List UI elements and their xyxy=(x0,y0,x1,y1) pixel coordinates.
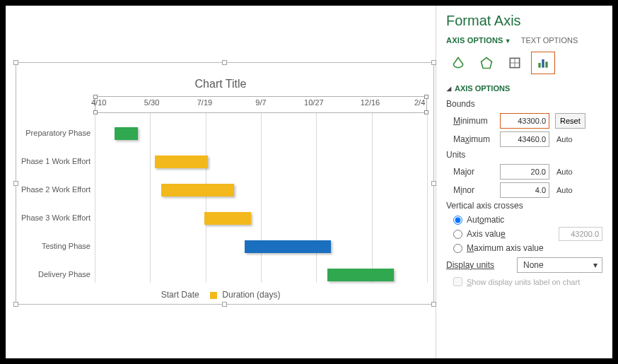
crosses-auto-radio[interactable] xyxy=(453,216,462,225)
display-units-label: Display units xyxy=(446,260,517,270)
crosses-value-input[interactable] xyxy=(559,227,602,241)
svg-rect-4 xyxy=(538,63,540,68)
crosses-value-label: Axis value xyxy=(467,229,554,239)
chart-canvas[interactable]: Chart Title 4/10 5/30 7/19 9/7 10/27 12/… xyxy=(6,6,436,358)
x-tick: 12/16 xyxy=(361,98,380,107)
bar-delivery[interactable] xyxy=(327,269,394,281)
x-tick: 4/10 xyxy=(91,98,106,107)
maximum-input[interactable] xyxy=(500,131,549,147)
bounds-label: Bounds xyxy=(446,99,602,109)
crosses-max-label: Maximum axis value xyxy=(467,243,602,253)
units-label: Units xyxy=(446,150,602,160)
bar-preparatory[interactable] xyxy=(115,127,138,140)
x-tick: 9/7 xyxy=(255,98,266,107)
category-label: Testing Phase xyxy=(13,242,95,250)
format-axis-panel: Format Axis AXIS OPTIONS▼ TEXT OPTIONS A… xyxy=(436,6,612,358)
category-label: Phase 1 Work Effort xyxy=(13,157,95,165)
major-label: Major xyxy=(446,167,500,177)
bar-phase2[interactable] xyxy=(161,184,234,196)
svg-rect-5 xyxy=(542,59,544,68)
reset-button[interactable]: Reset xyxy=(555,113,585,129)
x-tick: 5/30 xyxy=(144,98,159,107)
maximum-aux: Auto xyxy=(556,135,573,143)
effects-icon[interactable] xyxy=(474,52,499,74)
bar-phase1[interactable] xyxy=(155,155,208,168)
minor-aux: Auto xyxy=(556,186,573,194)
minor-input[interactable] xyxy=(500,182,549,198)
show-label-text: Show display units label on chart xyxy=(467,278,580,286)
minor-label: Minor xyxy=(446,185,500,195)
major-input[interactable] xyxy=(500,164,549,180)
bar-testing[interactable] xyxy=(245,240,331,253)
crosses-label: Vertical axis crosses xyxy=(446,201,602,211)
category-label: Delivery Phase xyxy=(13,270,95,278)
fill-line-icon[interactable] xyxy=(446,52,470,74)
tab-axis-options[interactable]: AXIS OPTIONS▼ xyxy=(446,36,511,45)
minimum-input[interactable] xyxy=(500,113,549,129)
crosses-value-radio[interactable] xyxy=(453,230,462,239)
crosses-auto-label: Automatic xyxy=(467,215,602,225)
maximum-label: Maximum xyxy=(446,134,500,144)
category-label: Phase 3 Work Effort xyxy=(13,213,95,222)
axis-options-icon[interactable] xyxy=(531,52,555,74)
x-tick: 7/19 xyxy=(197,98,212,107)
category-label: Preparatory Phase xyxy=(13,129,95,137)
menu-caret-icon: ▼ xyxy=(505,37,511,45)
svg-marker-0 xyxy=(482,58,492,69)
display-units-select[interactable]: None ▾ xyxy=(517,257,602,273)
x-axis-selected[interactable]: 4/10 5/30 7/19 9/7 10/27 12/16 2/4 xyxy=(95,96,427,113)
show-label-checkbox xyxy=(453,277,462,286)
section-axis-options[interactable]: AXIS OPTIONS xyxy=(446,84,602,93)
minimum-label: Minimum xyxy=(446,116,500,126)
crosses-max-radio[interactable] xyxy=(453,244,462,253)
x-tick: 10/27 xyxy=(304,98,324,107)
chevron-down-icon: ▾ xyxy=(593,260,597,270)
tab-text-options[interactable]: TEXT OPTIONS xyxy=(521,36,578,45)
svg-rect-6 xyxy=(545,61,547,67)
size-properties-icon[interactable] xyxy=(503,52,527,74)
bar-phase3[interactable] xyxy=(204,212,251,225)
x-tick: 2/4 xyxy=(414,98,425,107)
plot-area[interactable]: Preparatory Phase Phase 1 Work Effort Ph… xyxy=(95,113,427,283)
category-label: Phase 2 Work Effort xyxy=(13,185,95,194)
major-aux: Auto xyxy=(556,168,573,176)
panel-title: Format Axis xyxy=(446,13,602,29)
